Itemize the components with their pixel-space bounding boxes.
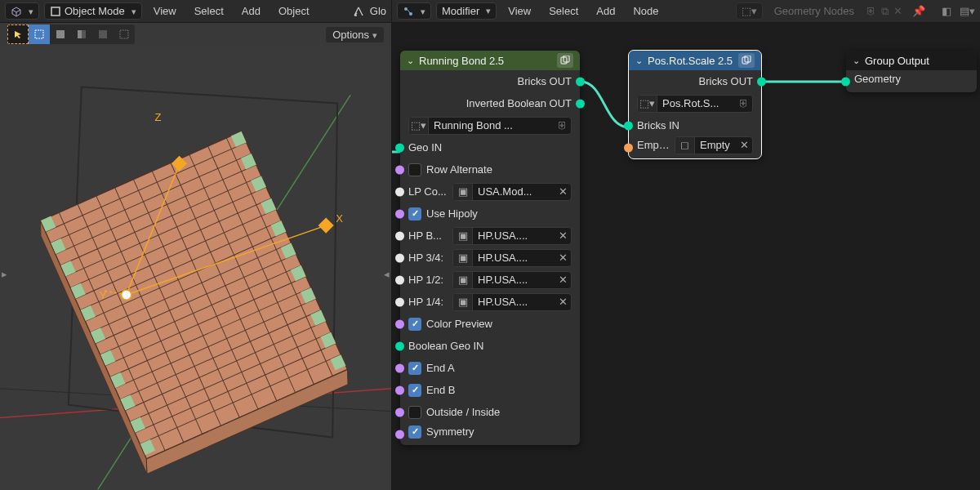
pin-icon[interactable]: 📌	[912, 5, 925, 17]
orientation-label: Glo	[370, 5, 386, 17]
socket-inverted-boolean-out: Inverted Boolean OUT	[400, 92, 580, 114]
mode-selector[interactable]: Object Mode	[44, 2, 142, 20]
socket-out[interactable]	[757, 77, 766, 86]
editor-type-selector[interactable]	[5, 2, 39, 20]
svg-point-69	[404, 7, 408, 11]
viewport-3d[interactable]: Z X Y ▸ ◂	[0, 46, 391, 490]
svg-rect-10	[40, 131, 347, 459]
socket-boolean-geo-in: Boolean Geo IN	[400, 335, 580, 357]
input-end-b: End B	[400, 379, 580, 401]
node-canvas[interactable]: ⌄ Running Bond 2.5 Bricks OUT Inverted B…	[392, 23, 980, 490]
clear-icon[interactable]: ✕	[736, 139, 752, 151]
socket-out[interactable]	[576, 99, 585, 108]
select-box[interactable]	[29, 24, 50, 44]
menu-view[interactable]: View	[501, 5, 537, 17]
socket-in[interactable]	[395, 341, 404, 350]
clear-icon[interactable]: ✕	[555, 252, 571, 264]
chevron-down-icon	[128, 5, 136, 17]
sidebar-toggle-left[interactable]: ▸	[2, 268, 7, 280]
socket-in[interactable]	[395, 363, 404, 372]
socket-in[interactable]	[395, 408, 404, 416]
socket-in[interactable]	[395, 319, 404, 328]
input-hp-12: HP 1/2:▣HP.USA....✕	[400, 269, 580, 291]
close-icon[interactable]: ✕	[893, 5, 902, 17]
nodes-header: Modifier View Select Add Node ⬚▾ Geometr…	[392, 0, 980, 23]
socket-in[interactable]	[395, 165, 404, 174]
select-lasso-c[interactable]	[114, 24, 135, 44]
socket-in[interactable]	[395, 297, 404, 306]
svg-rect-2	[56, 30, 65, 38]
nodegroup-browse[interactable]: ⬚▾	[736, 2, 763, 20]
collapse-icon[interactable]: ⌄	[853, 56, 860, 66]
shield-icon[interactable]: ⛨	[553, 119, 571, 131]
menu-view[interactable]: View	[147, 5, 183, 17]
node-options-icon[interactable]	[738, 53, 755, 68]
clear-icon[interactable]: ✕	[555, 185, 571, 198]
checkbox[interactable]	[408, 384, 421, 397]
node-header[interactable]: ⌄ Group Output	[846, 51, 977, 70]
select-tweak[interactable]	[7, 24, 29, 44]
checkbox[interactable]	[408, 362, 421, 375]
duplicate-icon[interactable]: ⧉	[881, 5, 889, 18]
checkbox[interactable]	[408, 406, 421, 419]
node-header[interactable]: ⌄ Running Bond 2.5	[400, 51, 580, 70]
overlay-a-icon[interactable]: ◧	[942, 5, 951, 17]
viewport-header: Object Mode View Select Add Object Glo	[0, 0, 391, 23]
select-lasso-b[interactable]	[92, 24, 114, 44]
clear-icon[interactable]: ✕	[555, 229, 571, 242]
checkbox[interactable]	[408, 207, 421, 220]
shield-icon[interactable]: ⛨	[734, 97, 752, 109]
svg-rect-5	[99, 30, 107, 38]
svg-rect-4	[82, 30, 86, 38]
select-lasso-a[interactable]	[71, 24, 92, 44]
socket-in[interactable]	[395, 430, 404, 439]
node-tree-type[interactable]: Modifier	[436, 2, 497, 20]
menu-object[interactable]: Object	[272, 5, 316, 17]
socket-bricks-out: Bricks OUT	[629, 70, 761, 92]
select-circle[interactable]	[50, 24, 71, 44]
shield-icon[interactable]: ⛨	[866, 5, 876, 17]
node-title: Pos.Rot.Scale 2.5	[648, 55, 733, 67]
node-header[interactable]: ⌄ Pos.Rot.Scale 2.5	[629, 51, 761, 70]
clear-icon[interactable]: ✕	[555, 296, 571, 308]
node-pos-rot-scale[interactable]: ⌄ Pos.Rot.Scale 2.5 Bricks OUT ⬚▾Pos.Rot…	[629, 51, 761, 158]
overlay-b-icon[interactable]: ▤▾	[960, 5, 975, 17]
socket-in[interactable]	[624, 121, 633, 130]
socket-geometry: Geometry	[846, 70, 977, 92]
node-options-icon[interactable]	[557, 53, 573, 68]
socket-in[interactable]	[395, 231, 404, 240]
socket-in[interactable]	[395, 143, 404, 152]
input-use-hipoly: Use Hipoly	[400, 203, 580, 225]
nodes-editor-icon	[403, 6, 414, 17]
orientation-icon[interactable]	[352, 5, 365, 18]
socket-in[interactable]	[395, 209, 404, 218]
collapse-icon[interactable]: ⌄	[407, 56, 414, 66]
checkbox[interactable]	[408, 163, 421, 176]
input-empty: Empt...◻Empty✕	[629, 136, 761, 158]
socket-bricks-out: Bricks OUT	[400, 70, 580, 92]
menu-add[interactable]: Add	[590, 5, 621, 17]
socket-in[interactable]	[395, 187, 404, 196]
options-dropdown[interactable]: Options	[325, 26, 385, 43]
node-group-output[interactable]: ⌄ Group Output Geometry	[846, 51, 977, 92]
editor-type-selector[interactable]	[397, 2, 431, 20]
socket-in[interactable]	[624, 143, 633, 152]
checkbox[interactable]	[408, 318, 421, 331]
input-hp-34: HP 3/4:▣HP.USA....✕	[400, 247, 580, 269]
sidebar-toggle-right[interactable]: ◂	[384, 268, 390, 280]
clear-icon[interactable]: ✕	[555, 274, 571, 286]
menu-select[interactable]: Select	[188, 5, 230, 17]
socket-out[interactable]	[576, 77, 585, 86]
checkbox[interactable]	[408, 425, 421, 439]
menu-node[interactable]: Node	[626, 5, 665, 17]
menu-add[interactable]: Add	[235, 5, 267, 17]
socket-in[interactable]	[395, 385, 404, 394]
socket-in[interactable]	[395, 275, 404, 284]
node-running-bond[interactable]: ⌄ Running Bond 2.5 Bricks OUT Inverted B…	[400, 51, 580, 445]
socket-in[interactable]	[395, 253, 404, 262]
menu-select[interactable]: Select	[542, 5, 585, 17]
object-icon: ◻	[675, 137, 695, 154]
socket-in[interactable]	[841, 77, 850, 86]
gizmo-y-label: Y	[100, 289, 107, 301]
collapse-icon[interactable]: ⌄	[635, 56, 643, 66]
